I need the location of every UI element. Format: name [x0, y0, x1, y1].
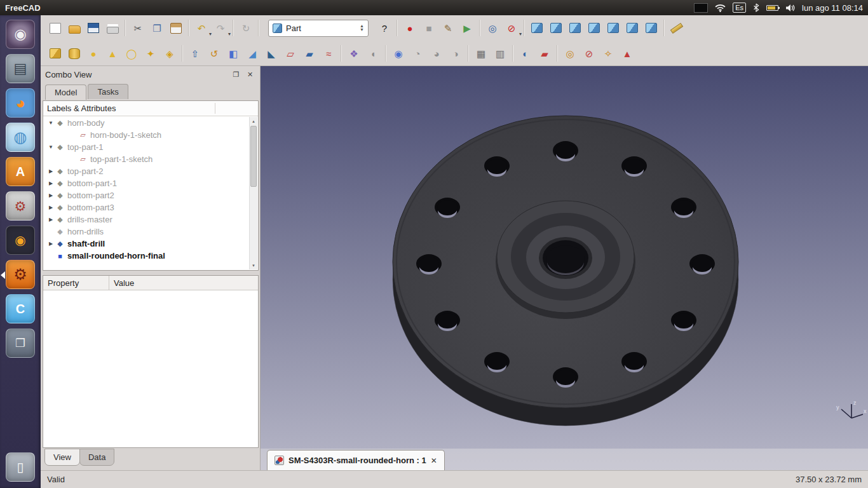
scroll-up-icon[interactable] [250, 117, 257, 125]
measure-distance-button[interactable] [667, 18, 686, 38]
part-cut-button[interactable]: ◔ [408, 43, 427, 64]
launcher-freecad[interactable]: ⚙ [6, 260, 35, 289]
macro-stop-button[interactable]: ■ [419, 18, 438, 38]
part-migrate-button[interactable]: ▲ [618, 43, 637, 64]
launcher-firefox[interactable]: ◕ [6, 88, 35, 118]
whats-this-button[interactable]: ? [375, 18, 394, 38]
new-file-button[interactable] [46, 18, 65, 38]
part-cone-button[interactable]: ▲ [103, 43, 122, 64]
expander-icon[interactable]: ▶ [46, 241, 55, 247]
part-section-button[interactable]: ◐ [516, 43, 535, 64]
view-bottom-button[interactable] [623, 18, 642, 38]
launcher-window-switcher[interactable]: ❐ [6, 329, 35, 358]
tree-item-small-rounded-horn-final[interactable]: ■ small-rounded-horn-final [44, 250, 249, 262]
tab-view[interactable]: View [44, 449, 80, 466]
launcher-software-center[interactable]: A [6, 157, 35, 186]
part-boolean-button[interactable]: ◉ [389, 43, 408, 64]
refresh-button[interactable]: ↻ [236, 18, 255, 38]
view-front-button[interactable] [546, 18, 566, 38]
launcher-files[interactable]: ▤ [6, 54, 35, 83]
copy-button[interactable]: ❐ [147, 18, 166, 38]
launcher-browser[interactable]: ◍ [6, 123, 35, 152]
part-chamfer-button[interactable]: ◣ [262, 43, 281, 64]
launcher-blender[interactable]: ◉ [6, 226, 35, 255]
launcher-system-settings[interactable]: ⚙ [6, 191, 35, 220]
expander-icon[interactable]: ▼ [46, 120, 55, 126]
battery-icon[interactable] [766, 5, 778, 11]
part-mirror-button[interactable]: ◧ [224, 43, 243, 64]
fit-all-button[interactable]: ◎ [483, 18, 502, 38]
view-left-button[interactable] [642, 18, 661, 38]
3d-scene[interactable]: x y z [261, 66, 868, 470]
close-document-icon[interactable]: ✕ [431, 456, 437, 465]
cut-button[interactable]: ✂ [128, 18, 147, 38]
part-ruled-surface-button[interactable]: ▱ [281, 43, 300, 64]
save-button[interactable] [84, 18, 103, 38]
part-union-button[interactable]: ◕ [427, 43, 446, 64]
view-rear-button[interactable] [604, 18, 623, 38]
part-cylinder-button[interactable] [65, 43, 84, 64]
tree-item-drills-master[interactable]: ▶ ◆ drills-master [44, 214, 249, 226]
part-revolve-button[interactable]: ↺ [205, 43, 224, 64]
tree-item-horn-body-1-sketch[interactable]: ▱ horn-body-1-sketch [44, 129, 249, 141]
open-file-button[interactable] [65, 18, 84, 38]
part-check-geometry-button[interactable]: ◎ [560, 43, 580, 64]
spinner-down-icon[interactable]: ▼ [360, 28, 364, 32]
part-loft-button[interactable]: ▰ [300, 43, 319, 64]
tree-item-top-part-2[interactable]: ▶ ◆ top-part-2 [44, 165, 249, 177]
expander-icon[interactable]: ▼ [46, 144, 55, 150]
part-defeaturing-button[interactable]: ⊘ [580, 43, 599, 64]
tree-item-bottom-part-1[interactable]: ▶ ◆ bottom-part-1 [44, 177, 249, 189]
clock[interactable]: lun ago 11 08:14 [802, 3, 863, 13]
scroll-down-icon[interactable] [250, 261, 257, 269]
part-sphere-button[interactable]: ● [84, 43, 103, 64]
wifi-icon[interactable] [715, 4, 726, 12]
launcher-c-app[interactable]: C [6, 294, 35, 323]
part-refine-shape-button[interactable]: ✧ [599, 43, 618, 64]
tray-window-icon[interactable] [694, 3, 708, 13]
part-extrude-button[interactable]: ⇧ [186, 43, 205, 64]
3d-viewport[interactable]: x y z SM-S4303R-small-rounded-horn : 1 ✕ [261, 66, 868, 470]
part-torus-button[interactable]: ◯ [122, 43, 141, 64]
part-fillet-button[interactable]: ◢ [243, 43, 262, 64]
part-thickness-button[interactable]: ◖ [363, 43, 383, 64]
expander-icon[interactable]: ▶ [46, 205, 55, 210]
part-sweep-button[interactable]: ≈ [319, 43, 338, 64]
launcher-dash-home[interactable]: ◉ [6, 20, 35, 49]
part-explode-compound-button[interactable]: ▥ [491, 43, 510, 64]
macro-play-button[interactable]: ▶ [458, 18, 477, 38]
print-button[interactable] [103, 18, 122, 38]
expander-icon[interactable]: ▶ [46, 168, 55, 174]
tree-item-horn-drills[interactable]: ◆ horn-drills [44, 226, 249, 238]
expander-icon[interactable]: ▶ [46, 217, 55, 222]
workbench-spinner[interactable]: ▲ ▼ [358, 24, 365, 32]
tab-model[interactable]: Model [45, 85, 86, 100]
tree-item-shaft-drill[interactable]: ▶ ◆ shaft-drill [44, 238, 249, 250]
scrollbar-thumb[interactable] [250, 126, 257, 187]
part-box-button[interactable] [46, 43, 65, 64]
macro-record-button[interactable]: ● [400, 18, 419, 38]
tree-item-bottom-part2[interactable]: ▶ ◆ bottom-part2 [44, 189, 249, 201]
float-panel-icon[interactable]: ❐ [231, 69, 241, 80]
bluetooth-icon[interactable] [753, 3, 759, 12]
undo-button[interactable]: ↶ [192, 18, 211, 38]
tree-scrollbar[interactable] [249, 117, 257, 269]
keyboard-layout-indicator[interactable]: Es [733, 3, 746, 13]
volume-icon[interactable] [785, 4, 795, 12]
tree-item-top-part-1-sketch[interactable]: ▱ top-part-1-sketch [44, 153, 249, 165]
view-top-button[interactable] [566, 18, 585, 38]
draw-style-button[interactable]: ⊘ [502, 18, 521, 38]
document-tab[interactable]: SM-S4303R-small-rounded-horn : 1 ✕ [267, 450, 445, 470]
tab-tasks[interactable]: Tasks [88, 84, 128, 99]
part-offset-button[interactable]: ❖ [344, 43, 363, 64]
launcher-trash[interactable]: ▯ [6, 452, 35, 482]
expander-icon[interactable]: ▶ [46, 193, 55, 198]
part-shape-builder-button[interactable]: ◈ [160, 43, 179, 64]
part-compound-button[interactable]: ▦ [471, 43, 491, 64]
view-right-button[interactable] [585, 18, 604, 38]
workbench-selector[interactable]: Part ▲ ▼ [268, 20, 369, 37]
part-cross-sections-button[interactable]: ▰ [535, 43, 554, 64]
tab-data[interactable]: Data [79, 449, 114, 466]
view-isometric-button[interactable] [527, 18, 546, 38]
tree-item-horn-body[interactable]: ▼ ◆ horn-body [44, 117, 249, 129]
